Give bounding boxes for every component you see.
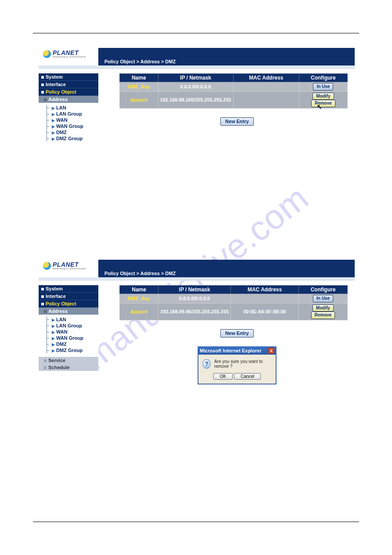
- tree-wan-group[interactable]: ▶WAN Group: [39, 335, 98, 341]
- brand-name: PLANET: [53, 50, 86, 56]
- nav-schedule[interactable]: Schedule: [39, 364, 98, 371]
- dialog-titlebar: Microsoft Internet Explorer ×: [198, 347, 276, 355]
- tree-label: LAN: [56, 317, 66, 322]
- page-top-rule: [33, 33, 359, 33]
- page-bottom-rule: [33, 522, 359, 522]
- address-table: Name IP / Netmask MAC Address Configure …: [119, 285, 348, 320]
- nav-label: Policy Object: [46, 301, 76, 306]
- nav-label: Schedule: [48, 365, 70, 370]
- col-configure-header: Configure: [298, 286, 347, 294]
- col-name-header: Name: [120, 286, 158, 294]
- nav-service[interactable]: Service: [39, 357, 98, 364]
- screenshot-panel-2: PLANET Networking & Communication Policy…: [39, 260, 355, 385]
- nav-interface[interactable]: Interface: [39, 81, 98, 88]
- main-content: Name IP / Netmask MAC Address Configure …: [98, 69, 355, 145]
- nav-label: Interface: [46, 82, 66, 87]
- nav-label: Policy Object: [46, 89, 76, 94]
- in-use-button[interactable]: In Use: [313, 295, 333, 302]
- cell-configure: In Use: [298, 294, 347, 304]
- modify-button[interactable]: Modify: [313, 93, 334, 100]
- brand-name: PLANET: [53, 261, 86, 268]
- col-mac-header: MAC Address: [233, 74, 299, 82]
- tree-label: DMZ Group: [56, 136, 83, 141]
- nav-policy-object[interactable]: Policy Object: [39, 88, 98, 96]
- tree-label: WAN: [56, 329, 68, 334]
- remove-button[interactable]: Remove: [311, 312, 335, 319]
- ok-button[interactable]: OK: [213, 373, 233, 380]
- cell-mac: [233, 91, 299, 108]
- tree-label: DMZ Group: [56, 348, 83, 353]
- nav-system[interactable]: System: [39, 285, 98, 293]
- cell-ip: 192.168.88.100/255.255.255.255: [158, 91, 233, 108]
- nav-address[interactable]: Address: [39, 308, 98, 315]
- globe-icon: [43, 262, 51, 270]
- sidebar: System Interface Policy Object Address ▶…: [39, 281, 98, 385]
- nav-tree: ▶LAN ▶LAN Group ▶WAN ▶WAN Group ▶DMZ ▶DM…: [39, 103, 98, 145]
- close-icon[interactable]: ×: [268, 348, 274, 354]
- header-strip: [39, 277, 355, 281]
- nav-label: Address: [48, 97, 68, 102]
- tree-wan[interactable]: ▶WAN: [39, 329, 98, 335]
- table-row: Appach 192.168.99.96/255.255.255.255 00:…: [120, 303, 348, 320]
- cell-name: DMZ_Any: [120, 294, 158, 304]
- app-header: PLANET Networking & Communication Policy…: [39, 260, 355, 277]
- nav-label: Service: [48, 358, 65, 363]
- globe-icon: [43, 50, 51, 58]
- cell-mac: [231, 294, 299, 304]
- tree-dmz[interactable]: ▶DMZ: [39, 341, 98, 347]
- dialog-title-text: Microsoft Internet Explorer: [200, 348, 262, 353]
- tree-label: WAN Group: [56, 335, 83, 341]
- tree-label: LAN Group: [56, 323, 82, 328]
- col-mac-header: MAC Address: [231, 286, 299, 294]
- tree-wan-group[interactable]: ▶WAN Group: [39, 123, 98, 129]
- tree-label: WAN: [56, 117, 68, 123]
- tree-dmz[interactable]: ▶DMZ: [39, 129, 98, 135]
- new-entry-button[interactable]: New Entry: [220, 329, 254, 338]
- confirm-dialog: Microsoft Internet Explorer × ? Are you …: [198, 346, 277, 385]
- cell-ip: 192.168.99.96/255.255.255.255: [158, 303, 231, 320]
- sidebar: System Interface Policy Object Address ▶…: [39, 69, 98, 145]
- address-table: Name IP / Netmask MAC Address Configure …: [119, 73, 348, 109]
- question-icon: ?: [202, 359, 211, 369]
- breadcrumb: Policy Object > Address > DMZ: [104, 271, 176, 276]
- tree-dmz-group[interactable]: ▶DMZ Group: [39, 347, 98, 353]
- cell-mac: [233, 82, 299, 92]
- tree-dmz-group[interactable]: ▶DMZ Group: [39, 135, 98, 141]
- app-header: PLANET Networking & Communication Policy…: [39, 48, 355, 65]
- nav-system[interactable]: System: [39, 73, 98, 81]
- cell-ip: 0.0.0.0/0.0.0.0: [158, 82, 233, 92]
- tree-lan[interactable]: ▶LAN: [39, 316, 98, 323]
- tree-wan[interactable]: ▶WAN: [39, 117, 98, 123]
- cell-name: DMZ_Any: [120, 82, 158, 92]
- nav-tree: ▶LAN ▶LAN Group ▶WAN ▶WAN Group ▶DMZ ▶DM…: [39, 315, 98, 357]
- tree-lan-group[interactable]: ▶LAN Group: [39, 323, 98, 329]
- in-use-button[interactable]: In Use: [313, 83, 333, 91]
- tree-lan-group[interactable]: ▶LAN Group: [39, 111, 98, 117]
- screenshot-panel-1: PLANET Networking & Communication Policy…: [39, 48, 355, 145]
- nav-interface[interactable]: Interface: [39, 293, 98, 300]
- col-ip-header: IP / Netmask: [158, 286, 231, 294]
- remove-button[interactable]: Remove: [311, 100, 335, 107]
- cancel-button[interactable]: Cancel: [234, 373, 261, 380]
- new-entry-button[interactable]: New Entry: [220, 117, 254, 126]
- col-name-header: Name: [120, 74, 158, 82]
- brand-tagline: Networking & Communication: [53, 268, 86, 270]
- brand-logo: PLANET Networking & Communication: [43, 261, 86, 270]
- main-content: Name IP / Netmask MAC Address Configure …: [98, 281, 355, 385]
- nav-label: Address: [48, 308, 68, 314]
- cursor-icon: ↖: [317, 103, 322, 110]
- cell-name: Appach: [120, 91, 158, 108]
- tree-lan[interactable]: ▶LAN: [39, 105, 98, 111]
- tree-label: LAN: [56, 105, 66, 110]
- cell-configure: Modify Remove: [298, 303, 347, 320]
- cell-configure: In Use: [299, 82, 347, 92]
- brand-tagline: Networking & Communication: [53, 56, 86, 58]
- col-configure-header: Configure: [299, 74, 347, 82]
- tree-label: LAN Group: [56, 111, 82, 116]
- col-ip-header: IP / Netmask: [158, 74, 233, 82]
- dialog-message: Are you sure you want to remove ?: [214, 359, 272, 369]
- cell-mac: 00:0E:A6:0F:8B:00: [231, 303, 299, 320]
- modify-button[interactable]: Modify: [313, 305, 334, 312]
- nav-address[interactable]: Address: [39, 96, 98, 103]
- nav-policy-object[interactable]: Policy Object: [39, 300, 98, 308]
